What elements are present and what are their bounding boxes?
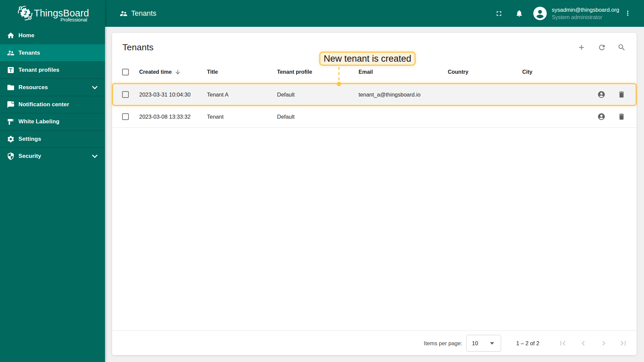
svg-text:Professional: Professional xyxy=(60,17,87,22)
